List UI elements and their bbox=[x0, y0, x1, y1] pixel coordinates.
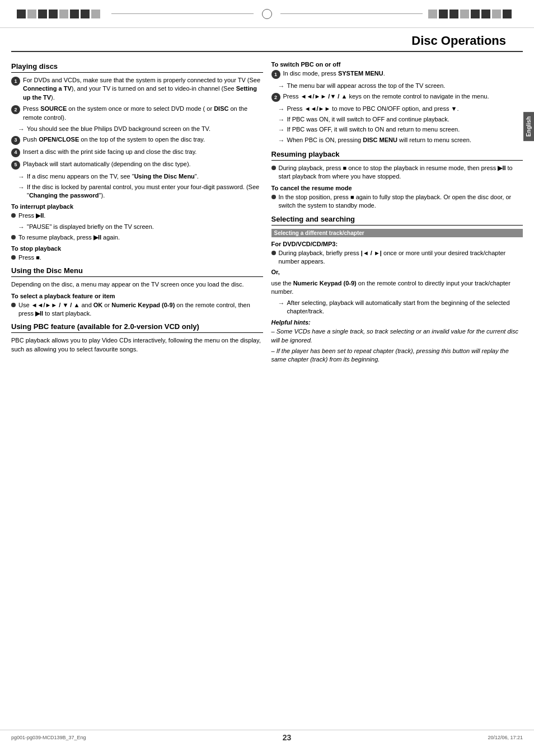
page-title-area: Disc Operations bbox=[11, 28, 523, 52]
list-item: 2 Press SOURCE on the system once or mor… bbox=[11, 105, 263, 122]
crosshair-icon bbox=[262, 9, 272, 19]
select-list: Use ◄◄/►► / ▼ / ▲ and OK or Numeric Keyp… bbox=[11, 301, 263, 318]
item-text: Use ◄◄/►► / ▼ / ▲ and OK or Numeric Keyp… bbox=[18, 301, 263, 318]
arrow-item: → You should see the blue Philips DVD ba… bbox=[18, 125, 263, 134]
item-text: Press ▶II. bbox=[18, 212, 45, 220]
arrow-menubar: → The menu bar will appear across the to… bbox=[278, 82, 523, 91]
arrow-text: The menu bar will appear across the top … bbox=[287, 82, 446, 91]
item-text: During playback, press ■ once to stop th… bbox=[279, 164, 523, 181]
interrupt-list: Press ▶II. bbox=[11, 212, 263, 220]
list-item: Use ◄◄/►► / ▼ / ▲ and OK or Numeric Keyp… bbox=[11, 301, 263, 318]
item-text: In disc mode, press SYSTEM MENU. bbox=[283, 69, 385, 78]
item-text: Press ■. bbox=[18, 253, 41, 262]
playing-discs-header: Playing discs bbox=[11, 62, 263, 73]
arrow-item-disc-menu: → If a disc menu appears on the TV, see … bbox=[18, 172, 263, 182]
arrow-icon: → bbox=[18, 183, 25, 200]
item-text: In the stop position, press ■ again to f… bbox=[279, 193, 523, 210]
arrow-after-select: → After selecting, playback will automat… bbox=[278, 299, 523, 316]
num-3: 3 bbox=[11, 136, 20, 145]
item-text: Press SOURCE on the system once or more … bbox=[23, 105, 263, 122]
list-item: 4 Insert a disc with the print side faci… bbox=[11, 148, 263, 157]
list-item: 1 In disc mode, press SYSTEM MENU. bbox=[271, 69, 523, 79]
numeric-text: use the Numeric Keypad (0-9) on the remo… bbox=[271, 279, 523, 297]
arrow-text: If PBC was OFF, it will switch to ON and… bbox=[287, 125, 460, 135]
list-item: 3 Push OPEN/CLOSE on the top of the syst… bbox=[11, 135, 263, 145]
num-1: 1 bbox=[271, 70, 280, 79]
pbc-intro: PBC playback allows you to play Video CD… bbox=[11, 336, 263, 354]
arrow-text: You should see the blue Philips DVD back… bbox=[27, 125, 210, 134]
arrow-pbc-off: → If PBC was OFF, it will switch to ON a… bbox=[278, 125, 523, 135]
arrow-pause: → "PAUSE" is displayed briefly on the TV… bbox=[18, 223, 263, 232]
list-item: 1 For DVDs and VCDs, make sure that the … bbox=[11, 76, 263, 102]
select-header: To select a playback feature or item bbox=[11, 293, 263, 299]
list-item: In the stop position, press ■ again to f… bbox=[271, 193, 523, 210]
arrow-icon: → bbox=[278, 125, 285, 135]
footer-right: 20/12/06, 17:21 bbox=[488, 735, 523, 740]
header-squares-left bbox=[17, 10, 100, 18]
stop-list: Press ■. bbox=[11, 253, 263, 262]
list-item: During playback, press ■ once to stop th… bbox=[271, 164, 523, 181]
right-column: To switch PBC on or off 1 In disc mode, … bbox=[271, 58, 523, 367]
list-item: 5 Playback will start automatically (dep… bbox=[11, 160, 263, 170]
pbc-header: Using PBC feature (available for 2.0-ver… bbox=[11, 322, 263, 333]
arrow-pbc-on: → If PBC was ON, it will switch to OFF a… bbox=[278, 115, 523, 125]
footer-page-number: 23 bbox=[283, 733, 292, 742]
diff-track-header: Selecting a different track/chapter bbox=[271, 229, 523, 237]
num-2: 2 bbox=[271, 93, 280, 102]
arrow-text: If the disc is locked by parental contro… bbox=[27, 183, 263, 200]
selecting-header: Selecting and searching bbox=[271, 215, 523, 226]
arrow-text: "PAUSE" is displayed briefly on the TV s… bbox=[27, 223, 154, 232]
disc-menu-intro: Depending on the disc, a menu may appear… bbox=[11, 280, 263, 289]
list-item: To resume playback, press ▶II again. bbox=[11, 233, 263, 242]
playing-discs-list: 1 For DVDs and VCDs, make sure that the … bbox=[11, 76, 263, 122]
item-text: Playback will start automatically (depen… bbox=[23, 160, 191, 168]
item-text: Press ◄◄/►► /▼ / ▲ keys on the remote co… bbox=[283, 92, 489, 101]
cancel-resume-header: To cancel the resume mode bbox=[271, 185, 523, 191]
or-text: Or, bbox=[271, 268, 523, 276]
item-text: To resume playback, press ▶II again. bbox=[18, 233, 120, 242]
list-item: Press ■. bbox=[11, 253, 263, 262]
bullet-dot bbox=[271, 166, 276, 170]
num-4: 4 bbox=[11, 148, 20, 157]
num-2: 2 bbox=[11, 105, 20, 114]
arrow-icon: → bbox=[18, 125, 25, 134]
item-text: For DVDs and VCDs, make sure that the sy… bbox=[23, 76, 263, 102]
list-item: Press ▶II. bbox=[11, 212, 263, 220]
arrow-icon: → bbox=[278, 299, 285, 316]
header-squares-right bbox=[428, 10, 512, 18]
arrow-disc-menu: → When PBC is ON, pressing DISC MENU wil… bbox=[278, 136, 523, 145]
bullet-dot bbox=[11, 213, 16, 218]
arrow-text: If a disc menu appears on the TV, see "U… bbox=[27, 172, 199, 182]
helpful-item-2: – If the player has been set to repeat c… bbox=[271, 347, 523, 364]
page-footer: pg001-pg039-MCD139B_37_Eng 23 20/12/06, … bbox=[0, 730, 534, 745]
header-bar bbox=[0, 0, 534, 28]
footer-left: pg001-pg039-MCD139B_37_Eng bbox=[11, 735, 86, 740]
arrow-pbc-move: → Press ◄◄/►► to move to PBC ON/OFF opti… bbox=[278, 105, 523, 114]
arrow-icon: → bbox=[278, 115, 285, 125]
arrow-icon: → bbox=[278, 82, 285, 91]
helpful-item-1: – Some VCDs have a single track, so trac… bbox=[271, 327, 523, 345]
arrow-text: When PBC is ON, pressing DISC MENU will … bbox=[287, 136, 472, 145]
left-column: Playing discs 1 For DVDs and VCDs, make … bbox=[11, 58, 263, 367]
switch-pbc-list-2: 2 Press ◄◄/►► /▼ / ▲ keys on the remote … bbox=[271, 92, 523, 102]
bullet-dot bbox=[11, 235, 16, 240]
resuming-list: During playback, press ■ once to stop th… bbox=[271, 164, 523, 181]
arrow-text: After selecting, playback will automatic… bbox=[287, 299, 523, 316]
dvd-list: During playback, briefly press |◄ / ►| o… bbox=[271, 249, 523, 266]
arrow-icon: → bbox=[278, 136, 285, 145]
arrow-icon: → bbox=[18, 172, 25, 182]
arrow-text: Press ◄◄/►► to move to PBC ON/OFF option… bbox=[287, 105, 459, 114]
list-item: During playback, briefly press |◄ / ►| o… bbox=[271, 249, 523, 266]
stop-header: To stop playback bbox=[11, 245, 263, 252]
arrow-icon: → bbox=[278, 105, 285, 114]
num-1: 1 bbox=[11, 77, 20, 86]
dvd-header: For DVD/VCD/CD/MP3: bbox=[271, 241, 523, 247]
bullet-dot bbox=[11, 303, 16, 307]
list-item: 2 Press ◄◄/►► /▼ / ▲ keys on the remote … bbox=[271, 92, 523, 102]
arrow-icon: → bbox=[18, 223, 25, 232]
bullet-dot bbox=[271, 195, 276, 199]
bullet-dot bbox=[271, 251, 276, 255]
item-text: During playback, briefly press |◄ / ►| o… bbox=[279, 249, 523, 266]
main-content: Playing discs 1 For DVDs and VCDs, make … bbox=[0, 52, 534, 372]
disc-menu-header: Using the Disc Menu bbox=[11, 266, 263, 277]
